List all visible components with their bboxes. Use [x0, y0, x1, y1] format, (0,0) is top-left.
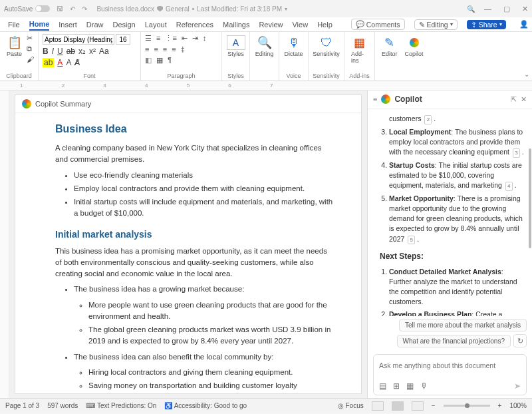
zoom-in-icon[interactable]: + [498, 402, 502, 409]
read-mode-icon[interactable] [372, 401, 384, 411]
grid-icon[interactable]: ▦ [406, 381, 414, 391]
tab-insert[interactable]: Insert [59, 19, 77, 30]
copilot-summary-header[interactable]: Copilot Summary [15, 95, 361, 113]
paste-button[interactable]: 📋 Paste [4, 34, 25, 59]
tab-review[interactable]: Review [259, 19, 283, 30]
align-left-button[interactable]: ≡ [145, 45, 149, 53]
save-icon[interactable]: 🖫 [57, 5, 63, 13]
bullets-button[interactable]: ☰ [145, 34, 152, 43]
incr-indent-button[interactable]: ⇥ [192, 34, 198, 43]
tab-home[interactable]: Home [29, 19, 50, 31]
intro-text: A cleaning company based in New York Cit… [55, 142, 334, 166]
zoom-out-icon[interactable]: − [432, 402, 436, 409]
zoom-slider[interactable] [444, 405, 490, 407]
sort-button[interactable]: ↕ [203, 34, 207, 43]
document-body[interactable]: Business Idea A cleaning company based i… [15, 113, 361, 394]
focus-mode[interactable]: ◎ Focus [338, 402, 364, 409]
format-painter-icon[interactable]: 🖌 [27, 55, 34, 63]
justify-button[interactable]: ≡ [172, 45, 176, 53]
copilot-ribbon-button[interactable]: Copilot [402, 34, 426, 59]
page: Copilot Summary Business Idea A cleaning… [15, 95, 362, 394]
superscript-button[interactable]: x² [89, 47, 96, 56]
maximize-icon[interactable]: ▢ [503, 5, 510, 13]
attach-icon[interactable]: ⊞ [393, 381, 400, 391]
tab-file[interactable]: File [8, 19, 20, 30]
doc-filename: Business Idea.docx [96, 5, 154, 13]
web-layout-icon[interactable] [412, 401, 424, 411]
subscript-button[interactable]: x₂ [78, 47, 86, 56]
font-color-button[interactable]: A [57, 58, 63, 67]
tab-design[interactable]: Design [112, 19, 135, 30]
clear-format-button[interactable]: A̸ [74, 58, 80, 67]
bold-button[interactable]: B [43, 47, 49, 56]
mic-icon[interactable]: 🎙 [420, 381, 428, 391]
numbering-button[interactable]: ≡ [156, 34, 160, 43]
font-size-select[interactable] [116, 34, 130, 45]
italic-button[interactable]: I [52, 47, 54, 56]
reference-badge[interactable]: 3 [513, 148, 520, 158]
styles-button[interactable]: A Styles [226, 34, 245, 59]
align-center-button[interactable]: ≡ [154, 45, 158, 53]
reference-badge[interactable]: 5 [408, 236, 415, 245]
sensitivity-button[interactable]: 🛡 Sensitivity [313, 34, 340, 59]
tab-references[interactable]: References [176, 19, 213, 30]
accessibility-status[interactable]: ♿ Accessibility: Good to go [164, 402, 247, 409]
tab-layout[interactable]: Layout [145, 19, 167, 30]
copilot-content[interactable]: customers 2 . Local Employment: The busi… [368, 108, 532, 316]
reference-badge[interactable]: 2 [424, 115, 432, 124]
panel-undock-icon[interactable]: ⇱ [511, 95, 517, 104]
line-spacing-button[interactable]: ‡ [181, 45, 185, 53]
dictate-button[interactable]: 🎙 Dictate [283, 34, 304, 59]
tab-view[interactable]: View [292, 19, 308, 30]
editing-button[interactable]: 🔍 Editing [254, 34, 275, 59]
multilevel-button[interactable]: ⋮≡ [165, 34, 176, 43]
panel-close-icon[interactable]: ✕ [521, 95, 527, 104]
minimize-icon[interactable]: — [484, 5, 491, 13]
text-effects-button[interactable]: A [66, 58, 71, 67]
tab-draw[interactable]: Draw [86, 19, 104, 30]
tab-help[interactable]: Help [317, 19, 332, 30]
close-icon[interactable]: ✕ [522, 5, 528, 13]
doc-modified: Last Modified: Fri at 3:18 PM [197, 5, 282, 13]
user-account-icon[interactable]: 👤 [519, 20, 529, 29]
borders-button[interactable]: ▦ [156, 56, 163, 65]
autosave-toggle[interactable]: AutoSave [4, 5, 50, 13]
decr-indent-button[interactable]: ⇤ [182, 34, 188, 43]
copilot-prompt-box[interactable]: ▤ ⊞ ▦ 🎙 ➤ [373, 354, 527, 395]
text-predictions[interactable]: ⌨ Text Predictions: On [86, 402, 156, 409]
print-layout-icon[interactable] [392, 401, 404, 411]
comments-button[interactable]: 💬 Comments [351, 19, 405, 30]
share-button[interactable]: ⇪ Share ▾ [467, 20, 506, 29]
send-icon[interactable]: ➤ [514, 381, 521, 391]
word-count[interactable]: 597 words [47, 402, 78, 409]
tab-mailings[interactable]: Mailings [223, 19, 249, 30]
ribbon-collapse-icon[interactable]: ⌄ [524, 71, 529, 78]
undo-icon[interactable]: ↶ [70, 5, 75, 13]
suggestion-chip[interactable]: What are the financial projections? [397, 335, 511, 347]
page-indicator[interactable]: Page 1 of 3 [5, 402, 39, 409]
text-case-button[interactable]: Aa [99, 47, 109, 56]
view-prompts-icon[interactable]: ▤ [379, 381, 386, 391]
suggestion-chip[interactable]: Tell me more about the market analysis [399, 319, 527, 331]
show-marks-button[interactable]: ¶ [168, 56, 172, 65]
copy-icon[interactable]: ⧉ [27, 45, 34, 53]
clipboard-label: Clipboard [4, 73, 34, 81]
highlight-button[interactable]: ab [43, 58, 54, 67]
reference-badge[interactable]: 4 [505, 182, 513, 191]
editor-button[interactable]: ✎ Editor [379, 34, 400, 59]
underline-button[interactable]: U [57, 47, 63, 56]
search-icon[interactable]: 🔍 [467, 5, 475, 13]
copilot-prompt-input[interactable] [379, 361, 521, 369]
scrollbar[interactable] [529, 148, 531, 248]
addins-button[interactable]: ▦ Add-ins [348, 34, 370, 65]
cut-icon[interactable]: ✂ [27, 34, 34, 43]
align-right-button[interactable]: ≡ [163, 45, 167, 53]
shading-button[interactable]: ◧ [145, 56, 152, 65]
zoom-level[interactable]: 100% [509, 402, 527, 409]
editing-mode-button[interactable]: ✎ Editing ▾ [414, 19, 458, 30]
redo-icon[interactable]: ↷ [82, 5, 87, 13]
refresh-icon[interactable]: ↻ [513, 334, 527, 347]
strike-button[interactable]: ab [66, 47, 75, 56]
panel-menu-icon[interactable]: ≡ [373, 95, 377, 103]
font-name-select[interactable] [43, 34, 114, 45]
